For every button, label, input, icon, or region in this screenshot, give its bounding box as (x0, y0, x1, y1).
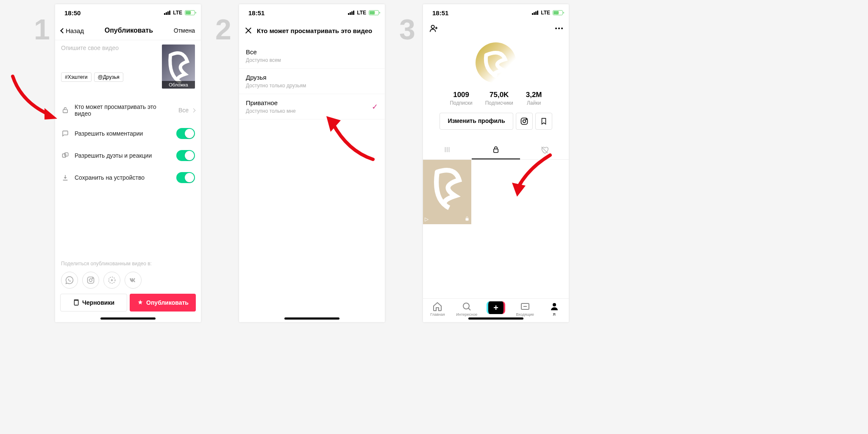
publish-button[interactable]: Опубликовать (130, 294, 196, 312)
annotation-arrow-3 (508, 151, 554, 199)
whatsapp-icon[interactable] (61, 272, 78, 289)
step-number-1: 1 (34, 13, 50, 46)
vk-icon[interactable] (125, 272, 142, 289)
settings-list: Кто может просматривать это видео Все Ра… (55, 98, 201, 189)
bookmark-button[interactable] (535, 113, 552, 130)
stat-likes[interactable]: 3,2MЛайки (526, 91, 542, 106)
status-indicators: LTE ⚡ (348, 10, 379, 16)
svg-point-16 (463, 303, 469, 309)
friends-chip[interactable]: @Друзья (94, 72, 123, 82)
svg-rect-1 (62, 154, 66, 157)
status-bar: 18:51 LTE ⚡ (423, 4, 569, 21)
nav-bar: Кто может просматривать это видео (239, 21, 385, 40)
play-icon: ▷ (425, 216, 428, 223)
privacy-row[interactable]: Кто может просматривать это видео Все (55, 98, 201, 122)
avatar[interactable] (476, 42, 516, 83)
publish-icon (137, 299, 144, 306)
home-indicator[interactable] (284, 317, 339, 320)
step-number-3: 3 (399, 13, 415, 46)
svg-rect-0 (63, 110, 68, 113)
nav-inbox[interactable]: Входящие (510, 301, 540, 317)
svg-point-10 (431, 25, 434, 28)
status-time: 18:50 (64, 9, 81, 17)
compose-area: Опишите свое видео #Хэштеги @Друзья Обло… (55, 40, 201, 92)
nav-discover[interactable]: Интересное (452, 301, 481, 317)
annotation-arrow-2 (322, 113, 377, 165)
nav-profile[interactable]: Я (540, 301, 569, 317)
stat-following[interactable]: 1009Подписки (450, 91, 472, 106)
duet-icon (61, 151, 70, 160)
add-friend-icon[interactable] (429, 24, 438, 33)
nav-bar: Назад Опубликовать Отмена (55, 21, 201, 40)
tab-feed[interactable] (423, 142, 472, 159)
save-toggle[interactable] (176, 172, 195, 183)
annotation-arrow-1 (8, 72, 64, 129)
signal-icon (164, 11, 170, 15)
status-time: 18:51 (248, 9, 264, 17)
nav-home[interactable]: Главная (423, 301, 452, 317)
home-indicator[interactable] (100, 317, 156, 320)
svg-marker-8 (45, 108, 57, 120)
caption-input[interactable]: Опишите свое видео (61, 45, 158, 51)
svg-marker-19 (512, 183, 526, 197)
status-bar: 18:51 LTE ⚡ (239, 4, 385, 21)
battery-icon: ⚡ (185, 10, 195, 15)
download-icon (61, 173, 70, 182)
chevron-right-icon (192, 108, 196, 112)
privacy-option-all[interactable]: ВсеДоступно всем (239, 43, 385, 69)
duets-toggle[interactable] (176, 150, 195, 161)
drafts-button[interactable]: Черновики (60, 294, 127, 312)
bottom-nav: Главная Интересное + Входящие Я (423, 298, 569, 317)
cancel-button[interactable]: Отмена (174, 27, 195, 34)
edit-profile-button[interactable]: Изменить профиль (440, 113, 513, 130)
step-number-2: 2 (215, 13, 231, 46)
svg-point-4 (89, 279, 92, 282)
lock-icon (465, 216, 470, 223)
home-indicator[interactable] (468, 317, 523, 320)
privacy-option-friends[interactable]: ДрузьяДоступно только друзьям (239, 69, 385, 94)
share-label: Поделиться опубликованным видео в: (61, 261, 195, 267)
svg-point-18 (553, 303, 556, 306)
duets-row: Разрешить дуэты и реакции (55, 145, 201, 167)
svg-rect-15 (466, 218, 469, 221)
status-indicators: LTE ⚡ (532, 10, 563, 16)
share-section: Поделиться опубликованным видео в: (55, 261, 201, 294)
modal-title: Кто может просматривать это видео (257, 27, 372, 34)
back-button[interactable]: Назад (61, 27, 84, 34)
video-thumbnail[interactable]: Обложка (162, 45, 195, 89)
stats-row: 1009Подписки 75,0KПодписчики 3,2MЛайки (423, 91, 569, 106)
profile-header (423, 21, 569, 36)
comments-toggle[interactable] (176, 128, 195, 139)
svg-point-5 (92, 278, 93, 279)
svg-rect-7 (74, 300, 78, 305)
drafts-icon (73, 299, 80, 306)
video-tile[interactable]: ▷ (423, 160, 471, 224)
status-time: 18:51 (432, 9, 448, 17)
svg-marker-9 (326, 116, 341, 132)
stories-icon[interactable] (103, 272, 120, 289)
svg-rect-14 (494, 149, 498, 153)
status-indicators: LTE ⚡ (164, 10, 195, 16)
svg-rect-2 (65, 153, 68, 156)
status-bar: 18:50 LTE ⚡ (55, 4, 201, 21)
more-icon[interactable] (555, 28, 563, 29)
phone-screen-1: 18:50 LTE ⚡ Назад Опубликовать Отмена Оп… (55, 4, 201, 322)
check-icon: ✓ (372, 102, 378, 111)
save-row: Сохранить на устройство (55, 167, 201, 189)
instagram-icon[interactable] (82, 272, 99, 289)
comments-row: Разрешить комментарии (55, 122, 201, 145)
nav-create[interactable]: + (481, 301, 511, 317)
chevron-left-icon (60, 28, 66, 33)
instagram-link-button[interactable] (516, 113, 533, 130)
svg-point-12 (523, 120, 526, 123)
stat-followers[interactable]: 75,0KПодписчики (485, 91, 513, 106)
hashtags-chip[interactable]: #Хэштеги (61, 72, 92, 82)
page-title: Опубликовать (105, 27, 153, 34)
svg-point-13 (526, 119, 526, 120)
cover-label: Обложка (162, 81, 195, 89)
close-icon[interactable] (245, 27, 252, 34)
comment-icon (61, 129, 70, 138)
